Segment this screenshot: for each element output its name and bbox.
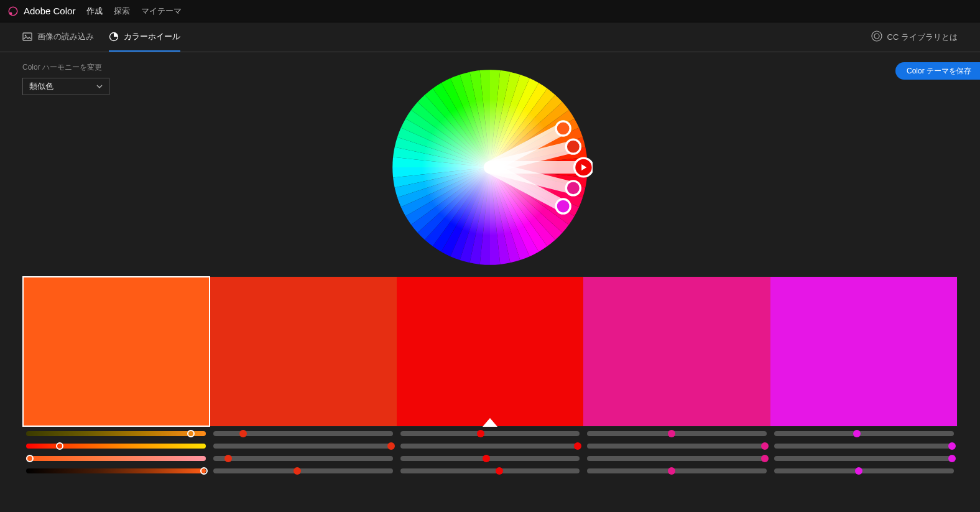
slider-light-mix-0[interactable] — [22, 455, 210, 462]
svg-point-5 — [872, 31, 882, 41]
slider-thumb[interactable] — [239, 430, 247, 437]
slider-hue-4[interactable] — [770, 431, 958, 437]
base-color-marker — [483, 418, 497, 427]
slider-bright-3[interactable] — [583, 468, 770, 474]
nav-create[interactable]: 作成 — [86, 6, 103, 17]
swatch-3[interactable] — [583, 277, 770, 426]
harmony-panel: Color ハーモニーを変更 類似色 — [22, 62, 109, 95]
slider-thumb[interactable] — [200, 467, 208, 475]
slider-thumb[interactable] — [574, 442, 581, 450]
harmony-select[interactable]: 類似色 — [22, 78, 109, 95]
slider-thumb[interactable] — [387, 442, 395, 450]
swatch-row — [22, 276, 958, 427]
svg-rect-2 — [23, 33, 32, 40]
swatch-1[interactable] — [210, 277, 396, 426]
slider-thumb[interactable] — [761, 455, 769, 462]
adobe-color-logo-icon — [7, 6, 19, 17]
slider-thumb[interactable] — [294, 467, 301, 475]
swatch-0[interactable] — [23, 277, 210, 426]
slider-thumb[interactable] — [187, 430, 195, 437]
chevron-down-icon — [96, 83, 103, 90]
sliders-area — [0, 431, 980, 474]
slider-sat-2[interactable] — [397, 443, 584, 449]
slider-sat-4[interactable] — [770, 443, 958, 449]
svg-point-1 — [9, 12, 12, 15]
harmony-selected-value: 類似色 — [29, 81, 53, 92]
slider-row-light-mix — [22, 455, 958, 462]
main-area: Color ハーモニーを変更 類似色 Color テーマを保存 — [0, 52, 980, 474]
slider-thumb[interactable] — [948, 455, 956, 462]
slider-thumb[interactable] — [948, 442, 956, 450]
cc-library-link[interactable]: CC ライブラリとは — [871, 30, 958, 44]
slider-hue-1[interactable] — [210, 431, 397, 437]
slider-thumb[interactable] — [855, 467, 862, 475]
slider-row-hue — [22, 431, 958, 437]
svg-point-6 — [874, 34, 879, 39]
slider-row-sat — [22, 443, 958, 449]
wheel-handle-3[interactable] — [566, 181, 580, 195]
slider-light-mix-2[interactable] — [397, 455, 584, 462]
slider-thumb[interactable] — [26, 455, 34, 462]
slider-hue-3[interactable] — [583, 431, 770, 437]
svg-point-3 — [25, 34, 27, 36]
slider-thumb[interactable] — [496, 467, 503, 475]
tab-color-wheel-label: カラーホイール — [124, 31, 180, 42]
slider-thumb[interactable] — [483, 455, 490, 462]
nav-explore[interactable]: 探索 — [114, 6, 130, 17]
tab-color-wheel[interactable]: カラーホイール — [109, 22, 180, 52]
save-theme-label: Color テーマを保存 — [907, 66, 971, 77]
wheel-handle-4[interactable] — [556, 199, 570, 213]
wheel-handle-1[interactable] — [566, 139, 580, 154]
tab-import-image[interactable]: 画像の読み込み — [22, 22, 94, 52]
app-logo[interactable]: Adobe Color — [7, 6, 75, 17]
slider-thumb[interactable] — [761, 442, 769, 450]
slider-light-mix-4[interactable] — [770, 455, 958, 462]
cc-library-label: CC ライブラリとは — [887, 32, 958, 43]
nav-mythemes[interactable]: マイテーマ — [141, 6, 182, 17]
slider-thumb[interactable] — [668, 430, 675, 437]
slider-sat-0[interactable] — [22, 443, 210, 449]
wheel-handle-0[interactable] — [556, 121, 570, 136]
wheel-icon — [109, 32, 119, 42]
slider-light-mix-1[interactable] — [210, 455, 397, 462]
harmony-label: Color ハーモニーを変更 — [22, 62, 109, 73]
app-title: Adobe Color — [24, 6, 75, 16]
top-bar: Adobe Color 作成 探索 マイテーマ — [0, 0, 980, 22]
slider-thumb[interactable] — [56, 442, 63, 450]
sub-bar: 画像の読み込み カラーホイール CC ライブラリとは — [0, 22, 980, 52]
slider-thumb[interactable] — [477, 430, 484, 437]
slider-hue-2[interactable] — [397, 431, 584, 437]
slider-bright-0[interactable] — [22, 468, 210, 474]
slider-bright-1[interactable] — [210, 468, 397, 474]
save-theme-button[interactable]: Color テーマを保存 — [895, 62, 980, 80]
cc-icon — [871, 30, 882, 44]
slider-thumb[interactable] — [853, 430, 861, 437]
slider-sat-3[interactable] — [583, 443, 770, 449]
slider-hue-0[interactable] — [22, 431, 210, 437]
slider-sat-1[interactable] — [210, 443, 397, 449]
tab-import-image-label: 画像の読み込み — [37, 31, 94, 42]
slider-light-mix-3[interactable] — [583, 455, 770, 462]
color-wheel[interactable] — [387, 65, 593, 270]
slider-row-bright — [22, 468, 958, 474]
sub-tabs: 画像の読み込み カラーホイール — [22, 22, 180, 52]
image-icon — [22, 32, 32, 42]
slider-thumb[interactable] — [224, 455, 232, 462]
swatch-2[interactable] — [397, 277, 583, 426]
slider-bright-4[interactable] — [770, 468, 958, 474]
swatch-area — [0, 276, 980, 427]
slider-bright-2[interactable] — [397, 468, 584, 474]
slider-thumb[interactable] — [668, 467, 675, 475]
swatch-4[interactable] — [770, 277, 957, 426]
